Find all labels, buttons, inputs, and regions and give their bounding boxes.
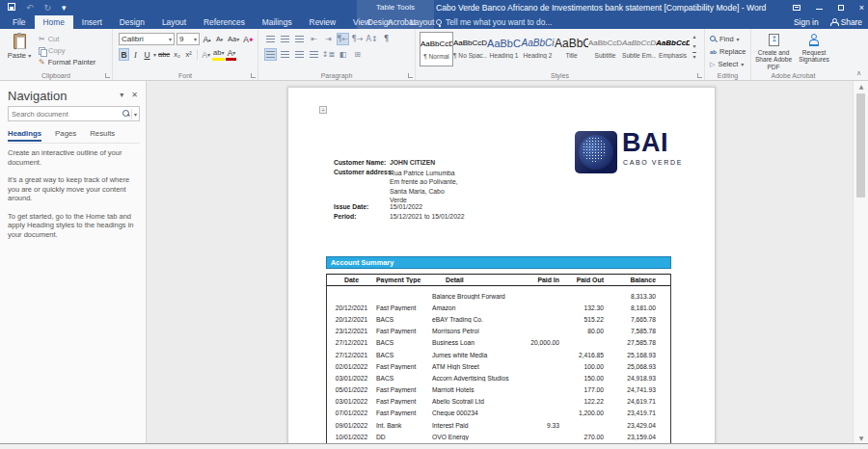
- tab-home[interactable]: Home: [35, 15, 73, 29]
- tab-file[interactable]: File: [4, 15, 35, 29]
- style-item-8[interactable]: AaBbCcDiEmphasis: [656, 32, 690, 66]
- nav-tab-results[interactable]: Results: [90, 129, 115, 139]
- style-item-3[interactable]: AaBbCHeading 1: [487, 32, 521, 66]
- search-dropdown-icon[interactable]: ▾: [131, 109, 139, 119]
- styles-scroll-up-icon[interactable]: ▴: [692, 33, 695, 40]
- show-paragraph-marks-button[interactable]: ¶: [380, 33, 393, 45]
- font-color-button[interactable]: A▾: [226, 48, 236, 61]
- strikethrough-button[interactable]: abc: [157, 48, 171, 61]
- styles-gallery-expand-icon[interactable]: ▾: [692, 52, 695, 61]
- line-spacing-button[interactable]: ↕≣: [322, 48, 335, 61]
- underline-dropdown-icon[interactable]: ▾: [153, 51, 156, 58]
- style-item-7[interactable]: AaBbCcDiSubtle Em...: [622, 32, 656, 66]
- request-signatures-button[interactable]: Request Signatures: [795, 32, 833, 73]
- copy-button[interactable]: Copy: [39, 45, 95, 56]
- bold-button[interactable]: B: [119, 48, 129, 61]
- close-icon[interactable]: ×: [859, 0, 864, 15]
- create-share-pdf-button[interactable]: Create and Share Adobe PDF: [754, 32, 793, 73]
- tab-layout[interactable]: Layout: [153, 15, 195, 29]
- grow-font-button[interactable]: A▴: [202, 33, 212, 45]
- cell-r2-c5: 132.30: [559, 304, 604, 311]
- clear-formatting-button[interactable]: A✱: [242, 33, 254, 45]
- navigation-search-box[interactable]: ▾: [8, 106, 140, 121]
- shading-button[interactable]: ◧: [337, 48, 349, 61]
- navigation-close-icon[interactable]: ✕: [131, 91, 138, 99]
- ribbon-display-options-icon[interactable]: [793, 0, 800, 15]
- replace-button[interactable]: ab Replace: [710, 46, 746, 57]
- paragraph-dialog-launcher[interactable]: [408, 73, 413, 78]
- nav-tab-pages[interactable]: Pages: [55, 129, 76, 139]
- subscript-button[interactable]: x₂: [172, 48, 182, 61]
- superscript-button[interactable]: x²: [183, 48, 194, 61]
- cell-r9-c5: 177.00: [559, 386, 604, 393]
- align-center-button[interactable]: [279, 48, 291, 61]
- share-button[interactable]: Share: [830, 17, 862, 27]
- collapse-ribbon-icon[interactable]: ∧: [856, 69, 861, 77]
- scroll-up-icon[interactable]: ▲: [854, 83, 868, 90]
- col-header-paid-in: Paid In: [529, 277, 559, 283]
- shading-icon: ◧: [339, 50, 347, 59]
- style-item-4[interactable]: AaBbCiHeading 2: [521, 32, 555, 66]
- search-icon[interactable]: [122, 110, 130, 118]
- paste-button[interactable]: Paste ▾: [5, 32, 34, 73]
- tab-review[interactable]: Review: [301, 15, 344, 29]
- rtl-text-direction-button[interactable]: ¶→: [351, 33, 364, 45]
- styles-scroll-down-icon[interactable]: ▾: [692, 42, 695, 50]
- italic-button[interactable]: I: [130, 48, 141, 61]
- tab-insert[interactable]: Insert: [73, 15, 111, 29]
- change-case-button[interactable]: Aa▾: [227, 33, 240, 45]
- underline-button[interactable]: U: [142, 48, 152, 61]
- align-left-button[interactable]: [264, 48, 277, 61]
- tab-design[interactable]: Design: [111, 15, 153, 29]
- sign-in-link[interactable]: Sign in: [794, 17, 819, 27]
- table-move-handle-icon[interactable]: +: [319, 106, 327, 114]
- style-item-1[interactable]: AaBbCcDc¶ Normal: [420, 32, 453, 66]
- borders-button[interactable]: ⊞: [351, 48, 364, 61]
- minimize-icon[interactable]: [816, 0, 823, 15]
- format-painter-button[interactable]: Format Painter: [39, 57, 95, 67]
- address-line-3: Santa Maria, Cabo: [390, 187, 458, 196]
- font-size-select[interactable]: 9 ▾: [176, 33, 200, 45]
- paragraph-group: ⇤ ⇥ ¶← ¶→ A↕ ¶ ↕≣ ◧ ⊞ Paragraph: [258, 29, 416, 80]
- nav-tab-headings[interactable]: Headings: [8, 129, 41, 142]
- cut-button[interactable]: Cut: [39, 34, 95, 44]
- search-input[interactable]: [9, 110, 122, 119]
- find-button[interactable]: Find ▾: [710, 34, 746, 44]
- tell-me-box[interactable]: Tell me what you want to do...: [436, 15, 552, 29]
- restore-icon[interactable]: [838, 0, 844, 15]
- tab-mailings[interactable]: Mailings: [254, 15, 301, 29]
- select-button[interactable]: ▷ Select ▾: [710, 59, 746, 69]
- undo-icon[interactable]: ↶: [26, 0, 34, 15]
- numbering-button[interactable]: [279, 33, 291, 45]
- navigation-options-icon[interactable]: ▾: [120, 91, 123, 99]
- decrease-indent-button[interactable]: ⇤: [308, 33, 320, 45]
- style-name: Heading 1: [487, 52, 521, 59]
- styles-dialog-launcher[interactable]: [697, 73, 702, 78]
- sort-button[interactable]: A↕: [366, 33, 378, 45]
- save-icon[interactable]: [8, 0, 15, 15]
- style-item-2[interactable]: AaBbCcDc¶ No Spac...: [453, 32, 487, 66]
- multilevel-list-button[interactable]: [293, 33, 306, 45]
- tab-contextual-design[interactable]: Design: [359, 15, 401, 29]
- bullets-button[interactable]: [264, 33, 277, 45]
- paste-dropdown-icon[interactable]: ▾: [28, 52, 31, 59]
- vertical-scrollbar[interactable]: ▲ ▼: [853, 81, 868, 443]
- scrollbar-thumb[interactable]: [856, 93, 865, 198]
- redo-icon[interactable]: ↻: [44, 0, 52, 15]
- qat-customize-icon[interactable]: ▾: [62, 0, 67, 15]
- text-effects-button[interactable]: A▾: [201, 48, 211, 61]
- style-item-5[interactable]: AaBbCTitle: [555, 32, 588, 66]
- highlight-button[interactable]: ab▾: [212, 48, 225, 61]
- justify-button[interactable]: [308, 48, 320, 61]
- scroll-down-icon[interactable]: ▼: [854, 435, 868, 441]
- align-right-button[interactable]: [293, 48, 306, 61]
- document-page[interactable]: + Customer Name: JOHN CITIZEN Customer a…: [287, 87, 716, 443]
- clipboard-dialog-launcher[interactable]: [105, 73, 110, 78]
- style-item-6[interactable]: AaBbCcDSubtitle: [588, 32, 622, 66]
- tab-references[interactable]: References: [195, 15, 254, 29]
- increase-indent-button[interactable]: ⇥: [322, 33, 335, 45]
- ltr-text-direction-button[interactable]: ¶←: [337, 33, 349, 45]
- font-family-select[interactable]: Calibri ▾: [119, 33, 175, 45]
- font-dialog-launcher[interactable]: [251, 73, 256, 78]
- shrink-font-button[interactable]: A▾: [214, 33, 225, 45]
